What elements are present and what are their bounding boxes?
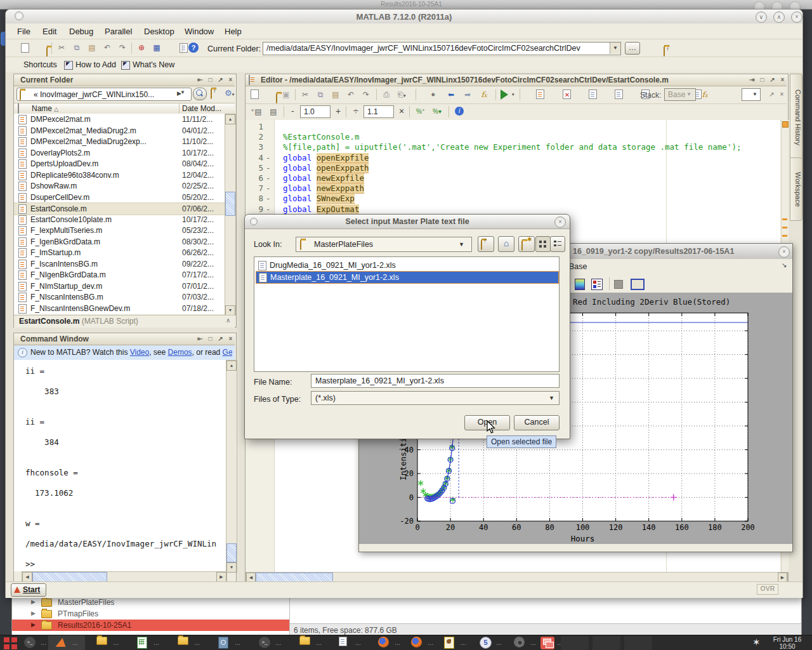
browse-folder-button[interactable]: …	[625, 42, 640, 55]
colormap-icon[interactable]	[575, 279, 585, 290]
expander-icon[interactable]: ▶	[31, 599, 36, 605]
save-icon[interactable]: ▣	[281, 90, 291, 100]
copy-icon[interactable]: ⧉	[72, 43, 82, 53]
undock-icon[interactable]: ↗	[216, 74, 225, 85]
taskbar-item-document-viewer[interactable]	[218, 637, 228, 649]
run-dropdown-icon[interactable]: ▾	[512, 92, 514, 97]
demos-link[interactable]: Demos	[168, 348, 192, 357]
search-button[interactable]	[193, 88, 207, 100]
file-row[interactable]: F_NImStartup_dev.m07/01/2...	[14, 281, 225, 292]
menu-desktop[interactable]: Desktop	[144, 27, 174, 36]
dialog-close-icon[interactable]: ×	[554, 216, 566, 228]
scroll-right-arrow[interactable]: ▶	[778, 573, 787, 582]
maximize-panel-icon[interactable]: □	[206, 333, 215, 344]
taskbar-clock[interactable]: Fri Jun 16 10:50	[766, 636, 808, 650]
expander-icon[interactable]: ▶	[31, 610, 36, 616]
taskbar-item-file-manager[interactable]	[96, 637, 107, 645]
go-forward-icon[interactable]: ➡	[462, 90, 473, 100]
file-row[interactable]: DoverlayPlots2.m10/17/2...	[14, 147, 225, 159]
code-line[interactable]: 2%EstartConsole.m	[246, 132, 780, 142]
new-script-icon[interactable]	[251, 90, 259, 99]
console-vscrollbar[interactable]: ▲ ▼	[226, 360, 237, 573]
file-list-scrollbar[interactable]: ▲ ▼	[225, 114, 236, 315]
monitor-icon[interactable]	[631, 279, 645, 290]
find-icon[interactable]: ⌖	[428, 90, 438, 100]
step-icon[interactable]	[589, 90, 597, 99]
file-row[interactable]: F_IgenBkGrdData.m08/30/2...	[14, 236, 225, 248]
editor-header[interactable]: Editor - /media/data/EASY/InovImager_jwr…	[246, 74, 787, 86]
file-row[interactable]: F_ImStartup.m06/26/2...	[14, 247, 225, 258]
stack-combobox[interactable]: Base ▼	[664, 88, 696, 101]
scroll-left-arrow[interactable]: ◀	[22, 572, 32, 582]
date-column-header[interactable]: Date Mod...	[182, 104, 221, 113]
cut-icon[interactable]: ✂	[56, 43, 67, 53]
tree-row[interactable]: ▶PTmapFiles	[12, 608, 289, 620]
breadcrumb[interactable]: « InovImager_jwrCF_WINLinx150...	[34, 90, 176, 99]
menu-parallel[interactable]: Parallel	[105, 27, 132, 36]
type-column-icon[interactable]	[18, 103, 19, 114]
file-row[interactable]: F_NIgenBkGrdData.m07/17/2...	[14, 269, 225, 281]
value-field-1[interactable]: 1.0	[300, 105, 331, 118]
menu-help[interactable]: Help	[225, 27, 242, 36]
editor-close-icon[interactable]: ×	[777, 89, 787, 100]
files-of-type-combobox[interactable]: (*.xls) ▼	[311, 391, 560, 405]
insert-cell-icon[interactable]: ⁺▤	[251, 107, 261, 117]
file-row[interactable]: F_NIscanIntensBG.m07/03/2...	[14, 291, 225, 303]
taskbar-item-file-manager-2[interactable]	[299, 637, 310, 645]
file-row[interactable]: DReplicate96to384conv.m12/04/2...	[14, 169, 225, 181]
code-line[interactable]: 7-global newExppath	[246, 183, 780, 194]
code-line[interactable]: 5-global openExppath	[246, 163, 780, 173]
cancel-button[interactable]: Cancel	[514, 415, 560, 430]
collapse-detail-icon[interactable]: ∧	[226, 317, 230, 324]
redo-icon[interactable]: ↷	[117, 43, 128, 53]
fx-find-icon[interactable]: fx	[700, 90, 710, 100]
step-in-icon[interactable]	[615, 90, 623, 99]
divide-button[interactable]: ÷	[353, 106, 358, 116]
file-row[interactable]: DpertsUploadDev.m08/04/2...	[14, 158, 225, 169]
cut-icon[interactable]: ✂	[300, 90, 310, 100]
figure-menu-text[interactable]: Base	[569, 262, 587, 271]
tree-row[interactable]: ▶Results2016-10-25A1	[12, 620, 289, 631]
taskbar-item-text-editor[interactable]	[339, 637, 347, 646]
print-icon[interactable]: ⎙	[381, 90, 391, 100]
maximize-panel-icon[interactable]: □	[206, 74, 215, 85]
new-folder-button[interactable]: ✱	[518, 236, 535, 252]
file-row[interactable]: DshowRaw.m02/25/2...	[14, 180, 225, 192]
scroll-down-arrow[interactable]: ▼	[226, 562, 237, 573]
code-line[interactable]: 3%[file,path] = uiputfile('.mat','Create…	[246, 142, 780, 152]
print-preview-icon[interactable]: ⎗▾	[396, 90, 407, 100]
code-line[interactable]: 8-global SWnewExp	[246, 194, 780, 204]
combo-dropdown-icon[interactable]: ▼	[459, 241, 464, 248]
dialog-file-item[interactable]: Masterplate_16_0921_MI_yor1-2.xls	[256, 271, 559, 284]
property-editor-icon[interactable]	[591, 279, 603, 290]
menu-file[interactable]: File	[17, 27, 30, 36]
file-name-input[interactable]: Masterplate_16_0921_MI_yor1-2.xls	[311, 374, 560, 388]
help-icon[interactable]: ?	[188, 43, 199, 53]
scrollbar-thumb[interactable]	[225, 192, 235, 216]
percent-plus-icon[interactable]: %⁺	[416, 107, 426, 117]
console-area[interactable]: ii = 383 ii = 384 fhconsole = 173.1062 w…	[14, 360, 226, 571]
menu-edit[interactable]: Edit	[43, 27, 56, 36]
taskbar-item-terminal-2[interactable]: >_	[259, 637, 270, 648]
file-row[interactable]: DMPexcel2mat_MediaDrug2.m04/01/2...	[14, 125, 225, 136]
tab-workspace[interactable]: Workspace	[790, 157, 802, 221]
maximize-button[interactable]: ∧	[773, 11, 785, 23]
multiply-button[interactable]: ×	[399, 106, 404, 116]
scroll-up-arrow[interactable]: ▲	[226, 361, 237, 371]
file-row[interactable]: DMPexcel2mat.m11/11/2...	[14, 114, 225, 125]
folder-up-icon[interactable]: ↑	[664, 46, 665, 56]
getting-started-link[interactable]: Ge	[223, 348, 232, 357]
editor-undock-icon[interactable]: ↗	[767, 89, 776, 100]
name-column-header[interactable]: Name △	[32, 104, 58, 113]
taskbar-item-photo-app[interactable]: 5	[480, 637, 492, 649]
folder-breadcrumb-combo[interactable]: « InovImager_jwrCF_WINLinx150... ▶	[16, 88, 192, 101]
analyzer-tick[interactable]	[782, 235, 787, 237]
value-field-2[interactable]: 1.1	[363, 105, 394, 118]
tab-command-history[interactable]: Command History	[790, 74, 802, 161]
go-back-icon[interactable]: ⬅	[446, 90, 456, 100]
menu-debug[interactable]: Debug	[69, 27, 93, 36]
shortcut-whats-new[interactable]: What's New	[133, 60, 174, 69]
start-button[interactable]: Start	[11, 583, 46, 597]
list-view-toggle[interactable]	[550, 236, 565, 252]
matlab-titlebar[interactable]: MATLAB 7.12.0 (R2011a) ∨ ∧ ×	[6, 10, 802, 24]
